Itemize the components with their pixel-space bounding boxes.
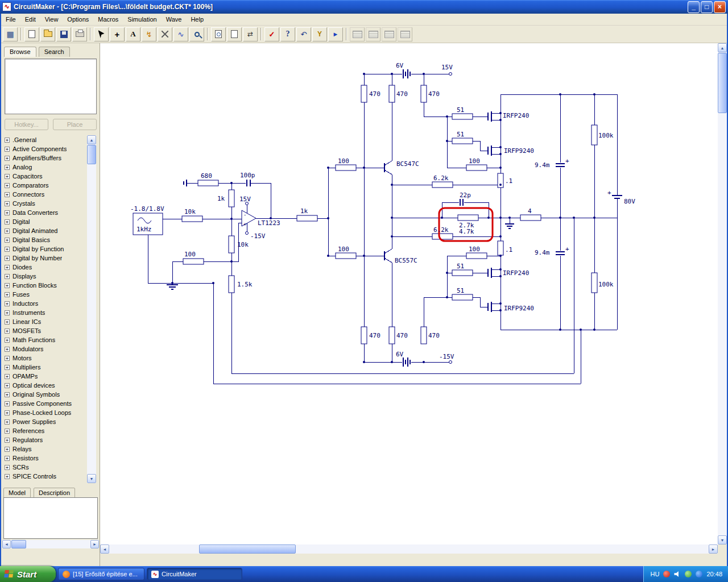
expand-plus-icon[interactable]: + — [5, 283, 10, 288]
save-button[interactable] — [56, 27, 71, 41]
minimize-button[interactable]: _ — [688, 1, 700, 13]
category-item[interactable]: +Diodes — [4, 263, 86, 272]
expand-plus-icon[interactable]: + — [5, 392, 10, 397]
schematic-canvas[interactable]: 1kHz -1.8/1.8V - + 10k 680 100p — [100, 43, 718, 544]
category-item[interactable]: +Comparators — [4, 181, 86, 190]
menu-help[interactable]: Help — [186, 14, 208, 24]
expand-plus-icon[interactable]: + — [5, 292, 10, 297]
scrollbar-thumb[interactable] — [87, 145, 96, 164]
select-tool-button[interactable] — [94, 27, 109, 41]
scroll-down-icon[interactable]: ▼ — [87, 474, 96, 483]
category-item[interactable]: +Motors — [4, 354, 86, 363]
language-indicator[interactable]: HU — [651, 571, 660, 577]
category-item[interactable]: +Digital Basics — [4, 235, 86, 244]
scroll-left-icon[interactable]: ◄ — [100, 544, 109, 554]
expand-plus-icon[interactable]: + — [5, 183, 10, 188]
maximize-button[interactable]: □ — [701, 1, 713, 13]
expand-plus-icon[interactable]: + — [5, 147, 10, 152]
new-file-button[interactable] — [24, 27, 39, 41]
expand-plus-icon[interactable]: + — [5, 192, 10, 197]
tab-browse[interactable]: Browse — [4, 47, 36, 57]
expand-plus-icon[interactable]: + — [5, 238, 10, 243]
volume-icon[interactable] — [674, 571, 681, 577]
split-view-button[interactable]: ⇄ — [243, 27, 258, 41]
scroll-right-icon[interactable]: ► — [90, 540, 99, 548]
erc-check-button[interactable]: ✓ — [264, 27, 279, 41]
expand-plus-icon[interactable]: + — [5, 401, 10, 406]
category-item[interactable]: +Math Functions — [4, 335, 86, 344]
category-item[interactable]: +Digital by Function — [4, 244, 86, 253]
expand-plus-icon[interactable]: + — [5, 165, 10, 170]
expand-plus-icon[interactable]: + — [5, 274, 10, 279]
category-item[interactable]: +Data Converters — [4, 208, 86, 217]
category-item[interactable]: +Connectors — [4, 190, 86, 199]
category-item[interactable]: +Resistors — [4, 454, 86, 463]
category-item[interactable]: +Digital Animated — [4, 226, 86, 235]
expand-plus-icon[interactable]: + — [5, 174, 10, 179]
scrollbar-thumb[interactable] — [11, 540, 26, 548]
category-item[interactable]: +Displays — [4, 272, 86, 281]
expand-plus-icon[interactable]: + — [5, 383, 10, 388]
category-item[interactable]: +Active Components — [4, 144, 86, 153]
expand-plus-icon[interactable]: + — [5, 329, 10, 334]
category-item[interactable]: +Regulators — [4, 435, 86, 444]
category-item[interactable]: +Inductors — [4, 299, 86, 308]
expand-plus-icon[interactable]: + — [5, 429, 10, 434]
panel-horizontal-scrollbar[interactable]: ◄ ► — [2, 540, 99, 548]
print-button[interactable] — [72, 27, 87, 41]
start-button[interactable]: Start — [0, 566, 56, 582]
expand-plus-icon[interactable]: + — [5, 301, 10, 306]
menu-options[interactable]: Options — [63, 14, 93, 24]
run-simulation-button[interactable]: ► — [328, 27, 343, 41]
menu-file[interactable]: File — [1, 14, 20, 24]
category-item[interactable]: +Amplifiers/Buffers — [4, 153, 86, 163]
expand-plus-icon[interactable]: + — [5, 247, 10, 252]
expand-plus-icon[interactable]: + — [5, 256, 10, 261]
tab-model[interactable]: Model — [3, 488, 31, 498]
expand-plus-icon[interactable]: + — [5, 456, 10, 461]
category-item[interactable]: +Analog — [4, 163, 86, 172]
expand-plus-icon[interactable]: + — [5, 310, 10, 315]
scroll-up-icon[interactable]: ▲ — [718, 43, 727, 52]
expand-plus-icon[interactable]: + — [5, 219, 10, 225]
scroll-right-icon[interactable]: ► — [709, 544, 718, 554]
taskbar-item-browser[interactable]: [15] Erősítő építése e... — [58, 568, 144, 580]
probe-button[interactable]: Y — [312, 27, 327, 41]
browser-panel-button[interactable]: ▦ — [3, 27, 18, 41]
instrument-button-2[interactable] — [366, 27, 380, 41]
expand-plus-icon[interactable]: + — [5, 419, 10, 425]
category-item[interactable]: +Instruments — [4, 308, 86, 317]
signal-source[interactable]: 1kHz — [133, 213, 163, 235]
expand-plus-icon[interactable]: + — [5, 447, 10, 452]
component-labels[interactable]: 10k 680 100p 1k 15V -15V LT1223 10k 100 … — [184, 62, 635, 360]
expand-plus-icon[interactable]: + — [5, 410, 10, 415]
expand-plus-icon[interactable]: + — [5, 474, 10, 479]
taskbar-item-circuitmaker[interactable]: ∿ CircuitMaker — [147, 568, 242, 580]
expand-plus-icon[interactable]: + — [5, 265, 10, 270]
rotate-button[interactable]: ↶ — [296, 27, 311, 41]
category-item[interactable]: +OPAMPs — [4, 372, 86, 381]
expand-plus-icon[interactable]: + — [5, 347, 10, 352]
category-item[interactable]: +Crystals — [4, 199, 86, 208]
category-item[interactable]: +Capacitors — [4, 172, 86, 181]
canvas-vertical-scrollbar[interactable]: ▲ ▼ — [718, 43, 727, 544]
scroll-up-icon[interactable]: ▲ — [87, 135, 96, 144]
opamp-symbol[interactable]: - + — [242, 202, 256, 235]
category-item[interactable]: +Multipliers — [4, 363, 86, 372]
place-button[interactable]: Place — [53, 119, 97, 130]
instrument-button-3[interactable] — [382, 27, 396, 41]
expand-plus-icon[interactable]: + — [5, 156, 10, 161]
scrollbar-thumb[interactable] — [718, 53, 727, 113]
tab-description[interactable]: Description — [34, 488, 75, 498]
help-button[interactable]: ? — [280, 27, 295, 41]
tab-search[interactable]: Search — [39, 47, 70, 57]
network-tray-icon[interactable] — [696, 571, 702, 577]
menu-simulation[interactable]: Simulation — [123, 14, 161, 24]
menu-view[interactable]: View — [40, 14, 63, 24]
category-list-scrollbar[interactable]: ▲ ▼ — [87, 135, 96, 483]
category-item[interactable]: +Modulators — [4, 344, 86, 354]
open-file-button[interactable] — [40, 27, 55, 41]
category-item[interactable]: +Original Symbols — [4, 390, 86, 399]
expand-plus-icon[interactable]: + — [5, 374, 10, 379]
category-item[interactable]: +Relays — [4, 444, 86, 454]
